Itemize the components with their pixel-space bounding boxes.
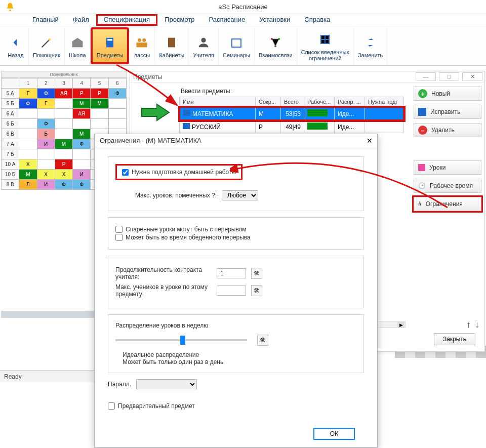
parallel-label: Паралл. — [108, 381, 131, 388]
svg-point-8 — [201, 37, 206, 42]
max-question-select[interactable]: Любое — [222, 190, 258, 200]
svg-rect-7 — [168, 37, 175, 47]
subject-row[interactable]: РУССКИЙ Р 49|49 Иде... — [180, 120, 404, 133]
swap-icon — [362, 34, 379, 51]
ok-button[interactable]: ОК — [313, 428, 355, 440]
svg-rect-3 — [107, 39, 112, 41]
lessons-button[interactable]: Уроки — [414, 160, 481, 175]
subject-row-selected[interactable]: МАТЕМАТИКА М 53|53 Иде... — [180, 107, 404, 120]
status-ready: Ready — [4, 373, 22, 380]
move-down-button[interactable]: ↓ — [475, 319, 479, 330]
tab-main[interactable]: Главный — [25, 14, 66, 26]
worktime-button[interactable]: 🕑Рабочее время — [414, 179, 481, 193]
lunch-checkbox-row[interactable]: Может быть во время обеденного перерыва — [115, 234, 356, 241]
green-arrow-icon — [141, 103, 171, 121]
grid-icon — [316, 31, 334, 48]
teacher-icon — [195, 34, 212, 51]
dialog-close-button[interactable]: ✕ — [365, 136, 374, 145]
people-icon — [133, 34, 150, 51]
constraints-dialog: Ограничения - (М) МАТЕМАТИКА ✕ Нужна под… — [94, 134, 378, 447]
maximize-button[interactable]: □ — [439, 72, 459, 80]
distr-note: Идеальное распределение — [123, 351, 356, 358]
school-icon — [69, 34, 86, 51]
wand-icon — [38, 34, 55, 51]
constraints-button[interactable]: #Ограничения — [414, 197, 481, 211]
homework-checkbox[interactable] — [122, 169, 129, 176]
menubar: Главный Файл Спецификация Просмотр Распи… — [0, 14, 486, 26]
parallel-select[interactable] — [136, 379, 197, 389]
svg-rect-6 — [137, 43, 147, 47]
ribbon-helper[interactable]: Помощник — [29, 27, 65, 64]
contract-input[interactable] — [217, 268, 246, 278]
hash-icon: # — [418, 200, 422, 208]
distr-note: Может быть только один раз в день — [123, 358, 356, 365]
ribbon-back[interactable]: Назад — [3, 27, 29, 64]
svg-point-5 — [143, 38, 146, 42]
tool-icon[interactable]: 🛠 — [251, 268, 262, 279]
minimize-button[interactable]: — — [416, 72, 436, 80]
homework-checkbox-row[interactable]: Нужна подготовка домашней работы — [115, 164, 242, 180]
tab-view[interactable]: Просмотр — [157, 14, 201, 26]
ribbon-rooms[interactable]: Кабинеты — [155, 27, 189, 64]
ribbon-school[interactable]: Школа — [65, 27, 91, 64]
enter-subjects-label: Ввести предметы: — [135, 88, 406, 95]
tab-help[interactable]: Справка — [297, 14, 337, 26]
tool-icon[interactable]: 🛠 — [257, 335, 268, 346]
svg-point-0 — [9, 10, 11, 12]
ribbon-subjects[interactable]: Предметы — [91, 27, 130, 64]
max-pupils-input[interactable] — [217, 286, 246, 296]
tab-settings[interactable]: Установки — [252, 14, 297, 26]
ribbon-seminars[interactable]: Семинары — [219, 27, 255, 64]
ribbon: Назад Помощник Школа Предметы лассы Каби… — [0, 26, 486, 66]
back-icon — [7, 34, 24, 51]
ribbon-relations[interactable]: Взаимосвязи — [255, 27, 297, 64]
svg-rect-9 — [232, 39, 241, 47]
paired-checkbox-row[interactable]: Спаренные уроки могут быть с перерывом — [115, 226, 356, 233]
move-up-button[interactable]: ↑ — [466, 319, 471, 330]
clock-icon: 🕑 — [418, 182, 426, 189]
ribbon-replace[interactable]: Заменить — [354, 27, 387, 64]
max-question-label: Макс. уроков, помеченных ?: — [115, 192, 217, 199]
subjects-table: Имя Сокр... Всего Рабоче... Распр. ... Н… — [179, 97, 404, 133]
delete-button[interactable]: –Удалить — [414, 123, 481, 137]
distribution-header: Распределение уроков в неделю — [115, 322, 356, 329]
svg-point-4 — [138, 38, 141, 42]
tab-specification[interactable]: Спецификация — [96, 14, 157, 26]
svg-point-1 — [48, 38, 51, 40]
graph-icon — [267, 34, 284, 51]
ribbon-teachers[interactable]: Учителя — [189, 27, 219, 64]
close-button[interactable]: ✕ — [462, 72, 482, 80]
ribbon-classes[interactable]: лассы — [129, 27, 155, 64]
edit-button[interactable]: Исправить — [414, 105, 481, 119]
subjects-close-button[interactable]: Закрыть — [434, 333, 475, 345]
calendar-icon — [228, 34, 245, 51]
constraints-title: Ограничения - (М) МАТЕМАТИКА — [95, 134, 377, 147]
app-title: aSc Расписание — [218, 3, 268, 11]
new-button[interactable]: +Новый — [414, 87, 481, 101]
distribution-slider[interactable] — [115, 339, 247, 341]
ribbon-constraints-list[interactable]: Список введенных ограничений — [297, 27, 354, 64]
prelim-checkbox-row[interactable]: Предварительный предмет — [108, 402, 364, 410]
tab-file[interactable]: Файл — [66, 14, 96, 26]
bell-icon — [4, 2, 16, 14]
door-icon — [163, 34, 180, 51]
tab-timetable[interactable]: Расписание — [201, 14, 252, 26]
tool-icon[interactable]: 🛠 — [251, 285, 262, 296]
book-icon — [101, 34, 118, 51]
day-header: Понедельник — [1, 71, 127, 78]
titlebar: aSc Расписание — [0, 0, 486, 14]
